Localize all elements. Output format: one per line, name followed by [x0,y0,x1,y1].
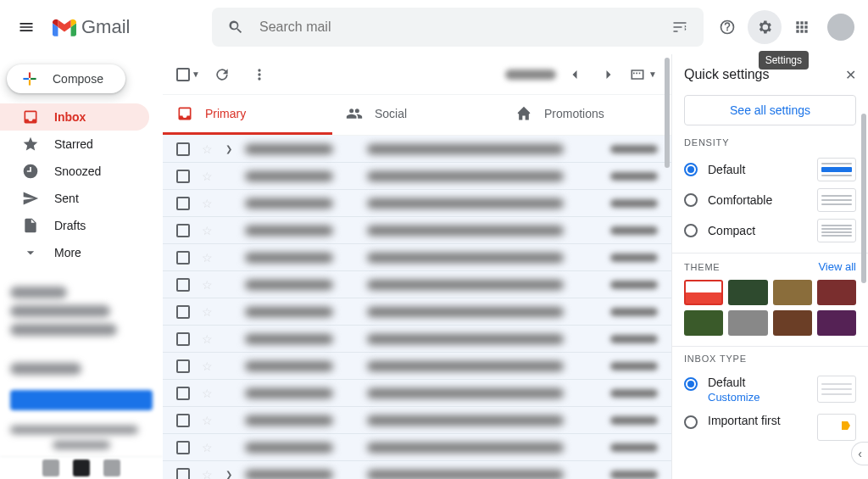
row-star[interactable]: ☆ [202,278,213,292]
row-star[interactable]: ☆ [202,224,213,237]
row-star[interactable]: ☆ [202,441,213,454]
search-options-icon[interactable] [663,10,697,44]
mail-rows[interactable]: ☆❯ ☆ ☆ ☆ ☆ ☆ ☆ ☆ ☆ ☆ ☆ ☆ ☆❯ [163,136,671,479]
mail-row[interactable]: ☆ [163,163,671,190]
sidebar-footer-tabs[interactable] [0,456,163,479]
row-star[interactable]: ☆ [202,197,213,210]
row-checkbox[interactable] [176,170,190,183]
row-star[interactable]: ☆ [202,359,213,373]
inbox-type-important-first[interactable]: Important first [684,409,856,446]
select-dropdown-caret[interactable]: ▼ [192,70,200,79]
star-icon [22,136,39,153]
mail-row[interactable]: ☆ [163,326,671,353]
row-star[interactable]: ☆ [202,332,213,346]
row-star[interactable]: ☆ [202,170,213,183]
category-tabs: Primary Social Promotions [163,95,671,136]
row-star[interactable]: ☆ [202,305,213,319]
hangouts-signin-button[interactable] [10,390,153,410]
theme-option[interactable] [773,310,812,336]
list-scrollbar[interactable] [665,58,670,168]
tab-primary[interactable]: Primary [163,95,332,135]
mail-row[interactable]: ☆ [163,190,671,217]
theme-option[interactable] [773,280,812,305]
social-tab-icon [346,105,363,122]
row-star[interactable]: ☆ [202,142,213,156]
nav-sent[interactable]: Sent [0,185,149,212]
row-checkbox[interactable] [176,387,190,400]
mail-row[interactable]: ☆❯ [163,461,671,479]
settings-button[interactable] [748,10,782,44]
mail-row[interactable]: ☆ [163,217,671,244]
row-checkbox[interactable] [176,142,190,156]
mail-row[interactable]: ☆ [163,434,671,461]
see-all-settings-button[interactable]: See all settings [684,95,856,125]
apps-grid-icon [793,19,810,36]
nav-starred[interactable]: Starred [0,131,149,158]
main-menu-button[interactable] [7,7,46,47]
row-checkbox[interactable] [176,414,190,427]
theme-option[interactable] [728,280,767,305]
more-actions-button[interactable] [244,59,275,90]
search-icon[interactable] [219,10,253,44]
row-checkbox[interactable] [176,278,190,292]
row-star[interactable]: ☆ [202,387,213,400]
mail-row[interactable]: ☆❯ [163,136,671,163]
row-checkbox[interactable] [176,441,190,454]
density-default[interactable]: Default [684,154,856,185]
customize-link[interactable]: Customize [708,391,760,404]
row-star[interactable]: ☆ [202,468,213,480]
search-bar[interactable] [212,8,704,47]
select-all-checkbox[interactable] [176,68,190,81]
theme-option[interactable] [728,310,767,336]
row-star[interactable]: ☆ [202,414,213,427]
tab-social[interactable]: Social [332,95,502,135]
nav-inbox[interactable]: Inbox [0,103,149,131]
density-comfortable[interactable]: Comfortable [684,185,856,215]
refresh-button[interactable] [207,59,237,90]
gmail-logo[interactable]: Gmail [53,16,205,38]
radio-icon [684,415,698,429]
mail-row[interactable]: ☆ [163,407,671,434]
search-input[interactable] [259,19,656,35]
mail-row[interactable]: ☆ [163,380,671,407]
nav-snoozed[interactable]: Snoozed [0,158,149,185]
compose-button[interactable]: Compose [7,64,125,93]
tab-promotions[interactable]: Promotions [502,95,671,135]
close-panel-button[interactable]: ✕ [845,67,856,83]
row-checkbox[interactable] [176,305,190,319]
inbox-type-default[interactable]: DefaultCustomize [684,370,856,409]
theme-option[interactable] [817,280,856,305]
mail-row[interactable]: ☆ [163,353,671,380]
hamburger-icon [18,19,35,36]
row-star[interactable]: ☆ [202,251,213,265]
density-compact[interactable]: Compact [684,215,856,246]
theme-option[interactable] [684,310,723,336]
row-checkbox[interactable] [176,224,190,237]
mail-row[interactable]: ☆ [163,298,671,326]
row-checkbox[interactable] [176,468,190,480]
theme-option[interactable] [684,280,723,305]
apps-button[interactable] [785,10,819,44]
mail-row[interactable]: ☆ [163,271,671,298]
meet-section [0,280,163,343]
theme-view-all-link[interactable]: View all [818,260,856,273]
theme-option[interactable] [817,310,856,336]
row-checkbox[interactable] [176,251,190,265]
row-checkbox[interactable] [176,332,190,346]
nav-drafts[interactable]: Drafts [0,212,149,239]
input-tools-button[interactable]: ▼ [627,59,658,90]
gmail-logo-icon [53,18,76,36]
importance-marker[interactable]: ❯ [225,144,233,153]
account-avatar[interactable] [827,14,854,41]
nav-more[interactable]: More [0,239,149,266]
page-next-button[interactable] [593,59,624,90]
mail-row[interactable]: ☆ [163,244,671,271]
importance-marker[interactable]: ❯ [225,470,233,479]
support-button[interactable] [710,10,744,44]
row-checkbox[interactable] [176,197,190,210]
side-panel-toggle[interactable]: ‹ [851,442,868,465]
row-checkbox[interactable] [176,359,190,373]
page-prev-button[interactable] [559,59,590,90]
panel-scrollbar[interactable] [861,114,866,283]
select-all[interactable]: ▼ [176,68,200,81]
